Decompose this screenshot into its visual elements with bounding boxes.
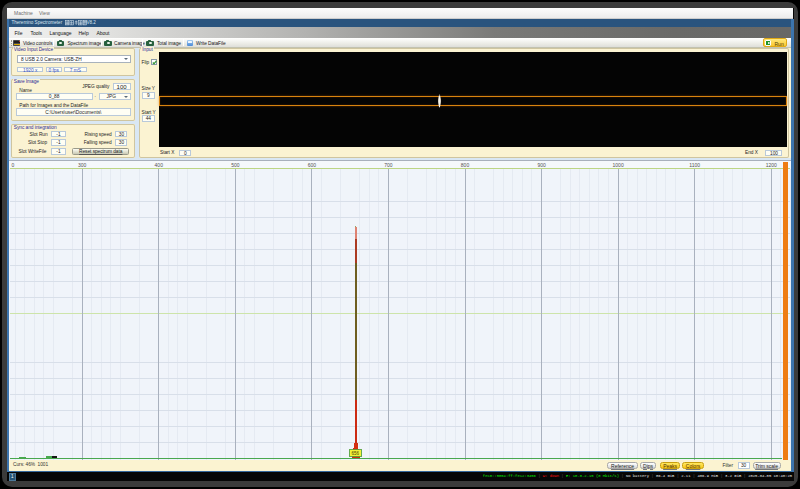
svg-text:1000: 1000 [613, 162, 624, 168]
svg-text:800: 800 [461, 162, 470, 168]
svg-text:400: 400 [155, 162, 164, 168]
svg-text:300: 300 [78, 162, 87, 168]
svg-text:0: 0 [12, 162, 15, 168]
svg-text:500: 500 [232, 162, 241, 168]
svg-text:1200: 1200 [766, 162, 777, 168]
svg-text:1100: 1100 [690, 162, 701, 168]
svg-text:900: 900 [538, 162, 547, 168]
svg-text:700: 700 [385, 162, 394, 168]
svg-text:600: 600 [308, 162, 317, 168]
svg-text:656: 656 [352, 451, 360, 456]
